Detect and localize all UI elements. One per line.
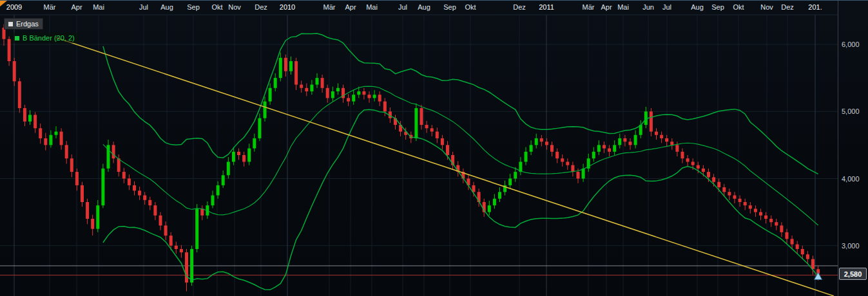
candle-down: [571, 165, 574, 172]
candle-up: [28, 115, 32, 121]
candle-down: [441, 138, 444, 145]
candle-down: [321, 78, 324, 88]
candle-down: [738, 199, 742, 202]
candle-down: [143, 196, 146, 200]
candle-down: [744, 202, 747, 205]
candle-up: [316, 78, 319, 84]
legend-instrument[interactable]: Erdgas: [4, 18, 43, 30]
candle-down: [34, 115, 37, 128]
candle-down: [791, 239, 794, 244]
candle-down: [561, 158, 564, 162]
indicator-swatch-icon: [15, 36, 19, 41]
candle-down: [712, 177, 715, 181]
candle-down: [681, 152, 684, 158]
candle-down: [112, 145, 115, 158]
candle-down: [540, 138, 543, 142]
candle-down: [728, 192, 731, 195]
candle-down: [133, 185, 136, 190]
candle-down: [60, 132, 63, 145]
candle-up: [101, 169, 104, 205]
candle-down: [555, 152, 559, 158]
candle-up: [253, 138, 256, 149]
candle-down: [185, 252, 188, 282]
candle-down: [117, 158, 121, 172]
candle-up: [373, 95, 376, 98]
instrument-swatch-icon: [8, 22, 13, 26]
candle-down: [670, 142, 673, 145]
trading-chart-window: 2009MärAprMaiJulAugSepOktNovDez2010MärAp…: [0, 0, 868, 296]
candle-down: [655, 132, 658, 135]
candle-up: [195, 208, 198, 249]
indicator-label: B Bänder (20, 2): [23, 34, 75, 42]
candle-down: [180, 249, 183, 252]
candle-up: [217, 185, 220, 196]
candle-down: [665, 138, 668, 142]
candle-down: [811, 259, 815, 270]
candle-down: [623, 138, 626, 142]
candle-up: [597, 145, 601, 151]
candle-up: [618, 138, 621, 145]
candle-up: [227, 162, 230, 175]
candle-up: [582, 169, 585, 179]
candle-down: [806, 254, 809, 259]
candle-down: [164, 225, 168, 236]
candle-down: [780, 225, 783, 232]
candle-down: [686, 158, 690, 162]
candle-down: [650, 111, 653, 131]
candle-down: [138, 190, 141, 195]
candle-up: [264, 102, 267, 118]
candle-up: [535, 138, 538, 145]
candle-down: [91, 219, 94, 229]
price-chart-canvas[interactable]: [0, 1, 868, 296]
candle-down: [759, 212, 762, 216]
candle-down: [368, 95, 371, 98]
candle-down: [362, 91, 365, 95]
legend-bollinger-indicator[interactable]: B Bänder (20, 2): [11, 33, 79, 43]
candle-down: [801, 249, 804, 254]
candle-down: [691, 162, 695, 165]
candle-up: [488, 205, 491, 212]
candle-down: [577, 172, 580, 178]
candle-up: [493, 199, 496, 205]
candle-up: [514, 172, 517, 178]
candle-up: [222, 175, 225, 185]
candle-down: [159, 216, 162, 226]
candle-down: [200, 208, 204, 215]
trendline[interactable]: [56, 38, 834, 296]
candle-down: [769, 219, 773, 222]
candle-down: [775, 222, 778, 225]
candle-down: [86, 202, 89, 219]
candle-down: [796, 245, 799, 249]
candle-down: [764, 216, 767, 219]
candle-down: [169, 236, 173, 246]
candle-up: [247, 149, 251, 162]
candle-up: [357, 91, 360, 95]
candle-up: [352, 95, 355, 101]
candle-up: [498, 192, 501, 198]
candle-down: [175, 246, 178, 249]
candle-down: [8, 39, 11, 61]
candle-down: [430, 128, 434, 131]
candle-down: [420, 108, 423, 125]
candle-down: [81, 185, 84, 202]
candle-down: [697, 165, 700, 169]
candle-down: [242, 155, 246, 162]
last-price-badge: 2,580: [839, 268, 867, 280]
candle-up: [274, 78, 277, 88]
candle-down: [378, 95, 381, 101]
candle-down: [23, 108, 26, 122]
candle-down: [128, 179, 131, 185]
candle-down: [629, 142, 632, 145]
candle-down: [675, 145, 679, 151]
candle-up: [258, 118, 261, 138]
candle-up: [613, 145, 616, 151]
candle-up: [232, 152, 235, 162]
candle-up: [336, 88, 340, 91]
candle-down: [717, 182, 720, 187]
candle-down: [660, 135, 663, 138]
candle-up: [414, 108, 418, 138]
candle-up: [592, 152, 595, 158]
candle-down: [148, 200, 151, 205]
candle-down: [44, 138, 47, 145]
candle-down: [566, 162, 569, 165]
